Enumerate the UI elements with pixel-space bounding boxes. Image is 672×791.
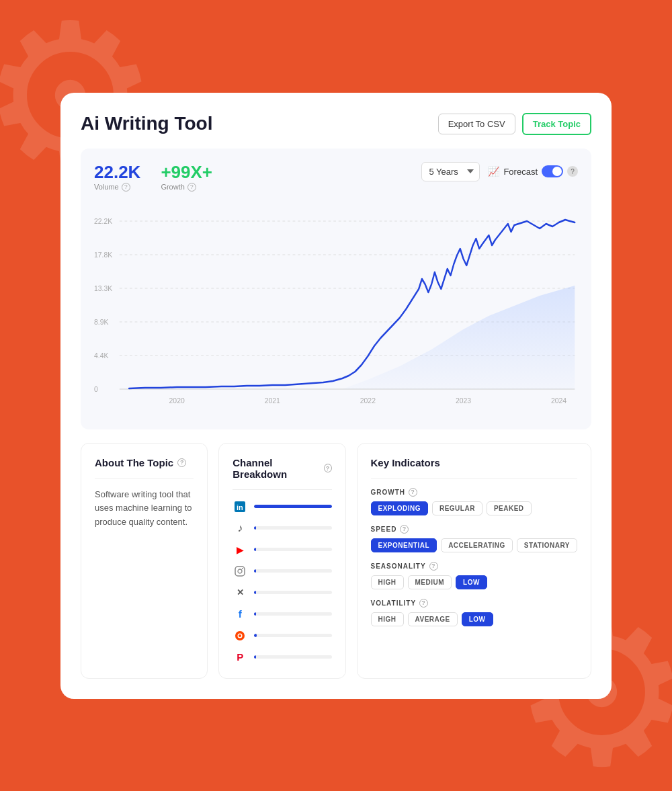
channel-bar-bg bbox=[254, 591, 331, 594]
channel-bar-bg bbox=[254, 612, 331, 616]
svg-point-20 bbox=[238, 569, 242, 573]
growth-btn-peaked[interactable]: PEAKED bbox=[487, 501, 532, 515]
channel-bar-bg bbox=[254, 526, 331, 530]
list-item: ✕ bbox=[233, 585, 331, 600]
channel-bar-bg bbox=[254, 655, 331, 659]
channel-bar-fill bbox=[254, 591, 255, 594]
volatility-help-icon[interactable]: ? bbox=[419, 599, 428, 608]
volume-stat: 22.2K Volume ? bbox=[94, 162, 140, 192]
svg-text:0: 0 bbox=[94, 384, 98, 392]
channel-bar-bg bbox=[254, 569, 331, 573]
indicators-divider bbox=[371, 478, 577, 478]
forecast-control: 📈 Forecast ? bbox=[488, 165, 578, 177]
toggle-knob bbox=[552, 167, 562, 176]
volatility-label: VOLATILITY ? bbox=[371, 599, 577, 608]
indicators-panel: Key Indicators GROWTH ? EXPLODING REGULA… bbox=[357, 443, 591, 679]
svg-text:2020: 2020 bbox=[169, 396, 185, 404]
timeframe-select[interactable]: 1 Year 2 Years 5 Years All Time bbox=[421, 162, 480, 181]
svg-text:22.2K: 22.2K bbox=[94, 216, 113, 224]
x-twitter-icon: ✕ bbox=[233, 585, 247, 600]
channel-bar-fill bbox=[254, 612, 255, 616]
channel-bar-fill bbox=[254, 526, 255, 530]
pinterest-icon: P bbox=[233, 650, 247, 665]
youtube-icon: ▶ bbox=[233, 542, 247, 557]
speed-btn-accelerating[interactable]: ACCELERATING bbox=[441, 538, 513, 552]
growth-indicator: GROWTH ? EXPLODING REGULAR PEAKED bbox=[371, 488, 577, 515]
instagram-icon bbox=[233, 564, 247, 579]
speed-buttons: EXPONENTIAL ACCELERATING STATIONARY bbox=[371, 538, 577, 552]
growth-value: +99X+ bbox=[161, 162, 212, 183]
svg-text:4.4K: 4.4K bbox=[94, 351, 109, 359]
chart-wrapper: 22.2K 17.8K 13.3K 8.9K 4.4K 0 2020 2021 … bbox=[94, 212, 578, 416]
forecast-label: Forecast bbox=[503, 167, 538, 177]
channel-list: in ♪ ▶ bbox=[233, 499, 331, 665]
volume-value: 22.2K bbox=[94, 162, 140, 183]
svg-text:8.9K: 8.9K bbox=[94, 317, 109, 325]
list-item: ▶ bbox=[233, 542, 331, 557]
list-item: ♪ bbox=[233, 521, 331, 536]
channel-bar-bg bbox=[254, 548, 331, 551]
facebook-icon: f bbox=[233, 607, 247, 622]
seasonality-indicator: SEASONALITY ? HIGH MEDIUM LOW bbox=[371, 562, 577, 589]
page-title: Ai Writing Tool bbox=[81, 113, 212, 134]
list-item: P bbox=[233, 650, 331, 665]
export-csv-button[interactable]: Export To CSV bbox=[438, 114, 515, 134]
forecast-toggle[interactable] bbox=[542, 165, 563, 177]
seasonality-buttons: HIGH MEDIUM LOW bbox=[371, 575, 577, 589]
svg-text:in: in bbox=[237, 503, 243, 511]
volatility-btn-average[interactable]: AVERAGE bbox=[408, 612, 458, 626]
speed-indicator: SPEED ? EXPONENTIAL ACCELERATING STATION… bbox=[371, 525, 577, 552]
channel-bar-fill bbox=[254, 505, 331, 508]
track-topic-button[interactable]: Track Topic bbox=[522, 113, 591, 135]
volume-info-icon[interactable]: ? bbox=[122, 183, 130, 192]
seasonality-label: SEASONALITY ? bbox=[371, 562, 577, 571]
growth-label: GROWTH ? bbox=[371, 488, 577, 497]
volatility-btn-high[interactable]: HIGH bbox=[371, 612, 404, 626]
growth-buttons: EXPLODING REGULAR PEAKED bbox=[371, 501, 577, 515]
chart-stats: 22.2K Volume ? +99X+ Growth ? bbox=[94, 162, 212, 192]
channel-divider bbox=[233, 489, 331, 490]
about-info-icon[interactable]: ? bbox=[177, 458, 186, 467]
seasonality-btn-low[interactable]: LOW bbox=[456, 575, 487, 589]
seasonality-help-icon[interactable]: ? bbox=[429, 562, 438, 571]
volume-label: Volume ? bbox=[94, 183, 140, 192]
main-card: Ai Writing Tool Export To CSV Track Topi… bbox=[60, 93, 612, 699]
channel-bar-bg bbox=[254, 634, 331, 637]
about-divider bbox=[95, 478, 194, 478]
list-item bbox=[233, 628, 331, 643]
speed-btn-exponential[interactable]: EXPONENTIAL bbox=[371, 538, 437, 552]
channel-bar-bg bbox=[254, 505, 331, 508]
growth-stat: +99X+ Growth ? bbox=[161, 162, 212, 192]
list-item: f bbox=[233, 607, 331, 622]
channel-bar-fill bbox=[254, 634, 256, 637]
seasonality-btn-high[interactable]: HIGH bbox=[371, 575, 404, 589]
growth-help-icon[interactable]: ? bbox=[409, 488, 417, 497]
chart-svg: 22.2K 17.8K 13.3K 8.9K 4.4K 0 2020 2021 … bbox=[94, 212, 578, 413]
growth-btn-exploding[interactable]: EXPLODING bbox=[371, 501, 428, 515]
svg-text:2021: 2021 bbox=[265, 396, 280, 404]
growth-info-icon[interactable]: ? bbox=[187, 183, 196, 192]
volatility-buttons: HIGH AVERAGE LOW bbox=[371, 612, 577, 626]
svg-text:2024: 2024 bbox=[551, 396, 566, 404]
svg-rect-19 bbox=[235, 567, 245, 576]
speed-help-icon[interactable]: ? bbox=[400, 525, 409, 534]
forecast-help-icon[interactable]: ? bbox=[567, 166, 578, 177]
seasonality-btn-medium[interactable]: MEDIUM bbox=[408, 575, 452, 589]
speed-btn-stationary[interactable]: STATIONARY bbox=[517, 538, 577, 552]
page-header: Ai Writing Tool Export To CSV Track Topi… bbox=[81, 113, 591, 135]
linkedin-icon: in bbox=[233, 499, 247, 514]
channel-info-icon[interactable]: ? bbox=[324, 464, 332, 472]
volatility-indicator: VOLATILITY ? HIGH AVERAGE LOW bbox=[371, 599, 577, 626]
channel-bar-fill bbox=[254, 548, 255, 551]
about-text: Software writing tool that uses machine … bbox=[95, 488, 194, 530]
bottom-panels: About The Topic ? Software writing tool … bbox=[81, 443, 591, 679]
list-item: in bbox=[233, 499, 331, 514]
chart-controls: 1 Year 2 Years 5 Years All Time 📈 Foreca… bbox=[421, 162, 578, 181]
growth-btn-regular[interactable]: REGULAR bbox=[432, 501, 482, 515]
svg-text:2022: 2022 bbox=[360, 396, 376, 404]
channel-bar-fill bbox=[254, 569, 255, 573]
svg-text:2023: 2023 bbox=[456, 396, 471, 404]
svg-point-24 bbox=[239, 634, 241, 637]
volatility-btn-low[interactable]: LOW bbox=[462, 612, 493, 626]
about-title: About The Topic ? bbox=[95, 457, 194, 468]
